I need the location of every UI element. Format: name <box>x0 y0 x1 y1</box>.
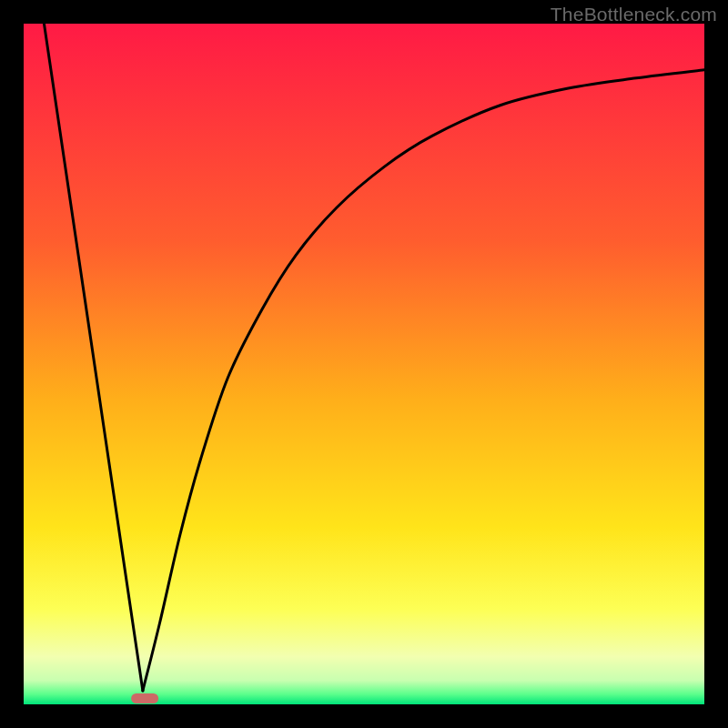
gradient-background <box>24 24 704 704</box>
chart-frame: TheBottleneck.com <box>0 0 728 728</box>
svg-rect-0 <box>131 693 158 703</box>
bottom-marker <box>131 693 158 703</box>
chart-svg <box>24 24 704 704</box>
watermark-text: TheBottleneck.com <box>551 4 717 25</box>
plot-area <box>24 24 704 704</box>
